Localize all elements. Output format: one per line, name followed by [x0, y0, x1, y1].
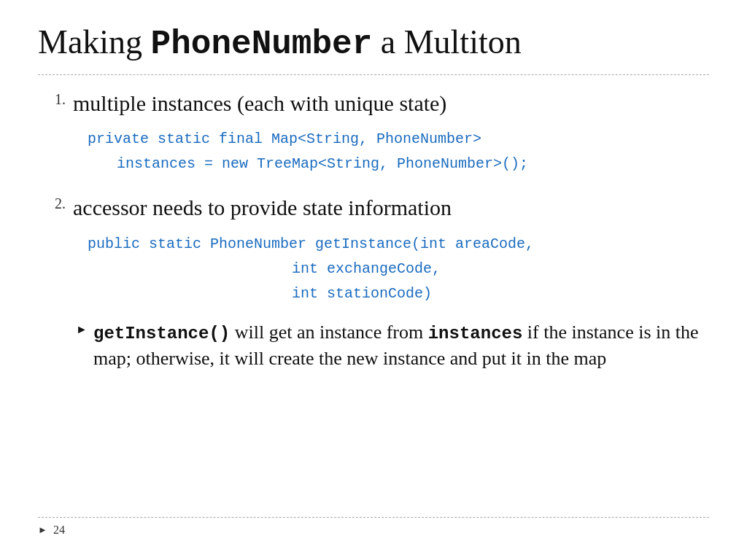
bullet-text-1: will get an instance from: [230, 322, 427, 343]
code-line-2-2: int exchangeCode,: [292, 257, 709, 281]
code-block-1: private static final Map<String, PhoneNu…: [88, 127, 709, 176]
slide-title: Making PhoneNumber a Multiton: [38, 23, 709, 75]
slide-footer: ► 24: [38, 517, 709, 537]
list-item-2: 2. accessor needs to provide state infor…: [38, 194, 709, 222]
page-number: 24: [53, 524, 65, 537]
bullet-arrow-icon: ►: [76, 323, 88, 336]
code-line-2-3: int stationCode): [292, 281, 709, 306]
code-line-1-2: instances = new TreeMap<String, PhoneNum…: [117, 152, 709, 176]
title-suffix: a Multiton: [372, 23, 521, 61]
slide-content: 1. multiple instances (each with unique …: [38, 90, 709, 517]
list-text-2: accessor needs to provide state informat…: [73, 194, 452, 222]
bullet-code-2: instances: [428, 324, 523, 343]
title-code: PhoneNumber: [151, 26, 373, 63]
list-number-1: 1.: [38, 90, 73, 117]
bullet-code-1: getInstance(): [93, 324, 230, 343]
footer-arrow-icon: ►: [38, 524, 47, 536]
list-text-1: multiple instances (each with unique sta…: [73, 90, 446, 117]
list-item-1: 1. multiple instances (each with unique …: [38, 90, 709, 117]
slide: Making PhoneNumber a Multiton 1. multipl…: [0, 0, 747, 560]
code-block-2: public static PhoneNumber getInstance(in…: [88, 232, 709, 306]
bullet-text: getInstance() will get an instance from …: [93, 319, 709, 371]
code-line-2-1: public static PhoneNumber getInstance(in…: [88, 232, 709, 257]
code-line-1-1: private static final Map<String, PhoneNu…: [88, 127, 709, 152]
bullet-item: ► getInstance() will get an instance fro…: [76, 319, 709, 371]
title-prefix: Making: [38, 23, 151, 61]
list-number-2: 2.: [38, 194, 73, 222]
